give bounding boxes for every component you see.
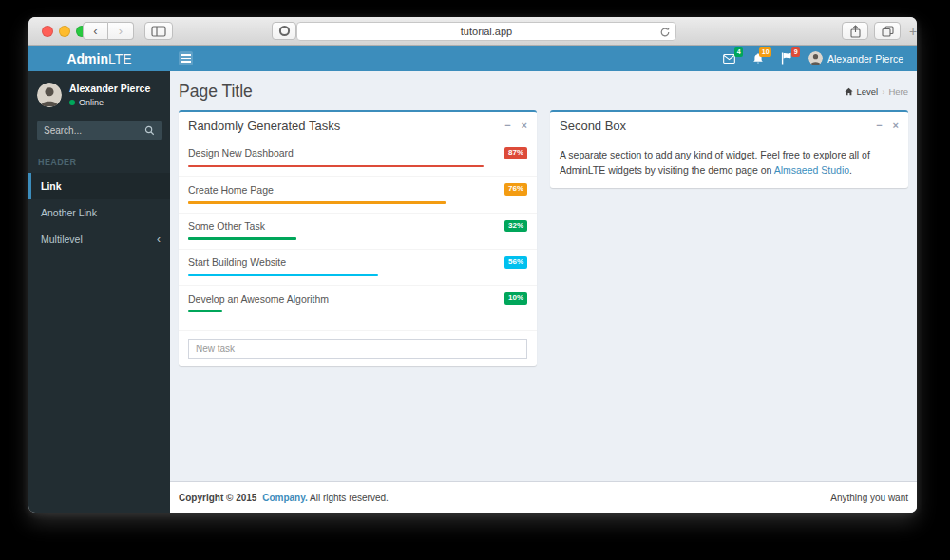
brand-logo[interactable]: AdminLTE bbox=[28, 46, 170, 71]
task-percent-badge: 32% bbox=[504, 220, 527, 233]
content-wrapper: Page Title Level › Here Randomly Generat… bbox=[170, 71, 917, 513]
second-box-text-end: . bbox=[849, 164, 852, 176]
user-avatar-small bbox=[808, 51, 823, 65]
page-title: Page Title bbox=[179, 82, 253, 102]
task-progress-bar bbox=[188, 237, 296, 240]
close-box-button[interactable]: × bbox=[522, 121, 527, 131]
top-navbar: 4 10 9 bbox=[170, 46, 917, 71]
brand-bold: Admin bbox=[66, 51, 108, 66]
breadcrumb-level[interactable]: Level bbox=[857, 86, 879, 97]
almsaeed-studio-link[interactable]: Almsaeed Studio bbox=[774, 164, 849, 176]
task-progress-bar bbox=[188, 201, 446, 204]
extension-ring-icon bbox=[278, 25, 291, 37]
messages-menu-button[interactable]: 4 bbox=[714, 46, 744, 71]
company-link[interactable]: Company. bbox=[262, 493, 308, 503]
close-window-button[interactable] bbox=[42, 26, 53, 37]
collapse-box-button[interactable]: − bbox=[876, 121, 882, 131]
sidebar-item-label: Link bbox=[41, 180, 62, 192]
task-label: Start Building Website bbox=[188, 256, 286, 268]
main-sidebar: Alexander Pierce Online HEADER bbox=[28, 71, 170, 513]
collapse-box-button[interactable]: − bbox=[504, 121, 510, 131]
sidebar-user-name: Alexander Pierce bbox=[69, 83, 150, 94]
task-progress-bar bbox=[188, 274, 378, 277]
history-nav-group: ‹ › bbox=[83, 22, 134, 40]
sidebar-item-multilevel[interactable]: Multilevel ‹ bbox=[28, 226, 170, 252]
task-row[interactable]: Some Other Task 32% bbox=[179, 214, 537, 250]
messages-badge: 4 bbox=[734, 47, 743, 57]
tab-overview-button[interactable] bbox=[874, 22, 901, 40]
task-percent-badge: 56% bbox=[504, 256, 527, 269]
app-header: AdminLTE 4 10 bbox=[28, 46, 917, 71]
task-progress-bar bbox=[188, 310, 222, 313]
back-button[interactable]: ‹ bbox=[83, 22, 108, 40]
reload-button[interactable] bbox=[659, 26, 671, 43]
address-bar-url: tutorial.app bbox=[461, 26, 512, 37]
user-menu-button[interactable]: Alexander Pierce bbox=[801, 46, 907, 71]
copyright-prefix: Copyright © 2015 bbox=[179, 493, 256, 503]
tasks-box-title: Randomly Generated Tasks bbox=[188, 119, 340, 133]
sidebar-toggle-icon bbox=[151, 26, 166, 37]
main-footer: Copyright © 2015 Company. All rights res… bbox=[170, 481, 917, 513]
browser-window: ‹ › tutorial.app bbox=[28, 17, 917, 513]
breadcrumb-current: Here bbox=[888, 86, 908, 97]
online-status-dot bbox=[69, 100, 75, 105]
task-label: Create Home Page bbox=[188, 184, 274, 196]
tasks-box-footer bbox=[179, 330, 537, 366]
online-status-label[interactable]: Online bbox=[79, 98, 104, 107]
browser-titlebar: ‹ › tutorial.app bbox=[28, 17, 917, 46]
sidebar-user-panel: Alexander Pierce Online bbox=[28, 71, 170, 117]
sidebar-item-label: Another Link bbox=[41, 207, 97, 218]
browser-sidebar-toggle-button[interactable] bbox=[144, 22, 173, 40]
navbar-right-menu: 4 10 9 bbox=[714, 46, 917, 71]
rights-text: All rights reserved. bbox=[310, 493, 389, 503]
share-button[interactable] bbox=[842, 22, 868, 40]
address-bar[interactable]: tutorial.app bbox=[296, 22, 676, 41]
task-percent-badge: 10% bbox=[504, 292, 527, 305]
task-percent-badge: 76% bbox=[504, 183, 527, 196]
navbar-user-name: Alexander Pierce bbox=[827, 53, 903, 65]
second-box-header: Second Box − × bbox=[550, 112, 908, 140]
task-percent-badge: 87% bbox=[504, 147, 527, 159]
forward-button[interactable]: › bbox=[108, 22, 134, 40]
close-box-button[interactable]: × bbox=[893, 121, 899, 131]
home-icon bbox=[845, 87, 853, 96]
task-row[interactable]: Create Home Page 76% bbox=[179, 177, 537, 213]
tasks-box: Randomly Generated Tasks − × Design New … bbox=[179, 110, 537, 366]
task-row[interactable]: Start Building Website 56% bbox=[179, 250, 537, 286]
minimize-window-button[interactable] bbox=[59, 26, 70, 37]
task-row[interactable]: Develop an Awesome Algorithm 10% bbox=[179, 286, 537, 321]
new-task-input[interactable] bbox=[188, 339, 527, 359]
search-input[interactable] bbox=[44, 125, 144, 136]
notifications-badge: 10 bbox=[759, 47, 771, 57]
chevron-left-icon: ‹ bbox=[157, 233, 161, 246]
notifications-menu-button[interactable]: 10 bbox=[744, 46, 772, 71]
task-progress-bar bbox=[188, 165, 484, 168]
task-label: Design New Dashboard bbox=[188, 147, 294, 159]
tabs-icon bbox=[882, 26, 894, 37]
hamburger-icon bbox=[179, 51, 193, 65]
copyright-text: Copyright © 2015 Company. All rights res… bbox=[179, 493, 391, 503]
search-submit-button[interactable] bbox=[144, 122, 155, 140]
extension-button[interactable] bbox=[272, 22, 296, 40]
breadcrumb: Level › Here bbox=[845, 86, 908, 97]
task-label: Develop an Awesome Algorithm bbox=[188, 293, 329, 305]
second-box-body: A separate section to add any kind of wi… bbox=[550, 140, 908, 188]
sidebar-item-label: Multilevel bbox=[41, 233, 83, 245]
new-tab-button[interactable]: + bbox=[906, 23, 917, 40]
tasks-box-header: Randomly Generated Tasks − × bbox=[179, 112, 537, 140]
tasks-menu-button[interactable]: 9 bbox=[772, 46, 801, 71]
sidebar-item-another-link[interactable]: Another Link bbox=[28, 199, 170, 226]
second-box: Second Box − × A separate section to add… bbox=[550, 110, 908, 188]
sidebar-toggle[interactable] bbox=[170, 46, 201, 71]
task-row[interactable]: Design New Dashboard 87% bbox=[179, 140, 537, 177]
footer-right-text: Anything you want bbox=[830, 493, 908, 503]
user-avatar bbox=[37, 83, 62, 107]
breadcrumb-separator-icon: › bbox=[882, 86, 884, 97]
task-list: Design New Dashboard 87% Create Home Pag… bbox=[179, 140, 537, 330]
tasks-badge: 9 bbox=[791, 47, 800, 57]
content-header: Page Title Level › Here bbox=[170, 71, 917, 110]
brand-light: LTE bbox=[108, 51, 132, 66]
reload-icon bbox=[659, 27, 671, 38]
sidebar-item-link[interactable]: Link bbox=[28, 173, 170, 199]
share-icon bbox=[849, 25, 862, 38]
